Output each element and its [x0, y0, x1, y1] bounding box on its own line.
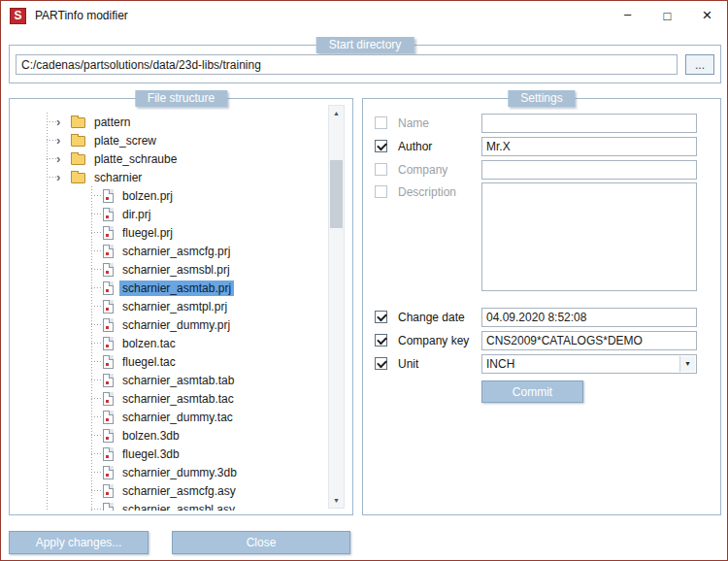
file-structure-group: File structure ›pattern›plate_screw›plat… — [9, 98, 353, 515]
tree-item-label: scharnier_asmcfg.asy — [119, 483, 239, 499]
settings-row-company-key: Company key — [375, 330, 695, 350]
tree-item[interactable]: scharnier_asmsbl.prj — [14, 260, 323, 279]
tree-item[interactable]: bolzen.3db — [14, 426, 323, 445]
apply-changes-button[interactable]: Apply changes... — [9, 531, 149, 554]
tree-item[interactable]: ›plate_screw — [14, 131, 323, 149]
tree-item[interactable]: ›platte_schraube — [14, 149, 323, 168]
maximize-button[interactable]: □ — [647, 1, 687, 30]
company-label: Company — [398, 163, 481, 177]
partinfo-modifier-window: S PARTinfo modifier – □ × Start director… — [0, 0, 728, 561]
expand-icon[interactable]: › — [56, 134, 71, 147]
tree-item-label: scharnier — [91, 170, 145, 185]
tree-item[interactable]: scharnier_asmsbl.asy — [14, 500, 323, 511]
tree-item[interactable]: scharnier_dummy.prj — [14, 315, 323, 334]
browse-button[interactable]: ... — [685, 54, 714, 75]
author-checkbox[interactable] — [375, 140, 387, 152]
author-label: Author — [398, 140, 481, 153]
tree-item[interactable]: scharnier_asmtab.tac — [14, 389, 323, 408]
folder-icon — [71, 154, 85, 165]
tree-item[interactable]: ›pattern — [14, 113, 323, 131]
folder-icon — [71, 136, 85, 147]
file-icon — [103, 484, 114, 498]
minimize-button[interactable]: – — [608, 1, 647, 30]
file-icon — [103, 374, 114, 387]
tree-item-label: bolzen.tac — [119, 336, 179, 351]
app-icon: S — [10, 8, 26, 24]
expand-icon[interactable]: › — [56, 116, 71, 128]
file-structure-group-label: File structure — [135, 90, 227, 107]
tree-item-label: fluegel.prj — [119, 225, 176, 241]
tree-item[interactable]: scharnier_asmtab.tab — [14, 371, 323, 389]
commit-button[interactable]: Commit — [481, 380, 583, 403]
tree-item[interactable]: bolzen.prj — [14, 186, 323, 205]
company-key-field[interactable] — [481, 331, 697, 350]
name-field[interactable] — [481, 114, 697, 133]
settings-group: Settings NameAuthorCompanyDescriptionCha… — [362, 98, 721, 515]
scroll-up-icon[interactable]: ▲ — [329, 106, 344, 120]
folder-icon — [71, 173, 85, 183]
tree-item-label: pattern — [91, 115, 133, 130]
author-field[interactable] — [481, 137, 697, 156]
start-directory-group-label: Start directory — [316, 37, 414, 53]
scrollbar-thumb[interactable] — [330, 160, 343, 228]
file-icon — [103, 429, 114, 443]
tree-item[interactable]: dir.prj — [14, 205, 323, 223]
start-directory-input[interactable] — [16, 54, 678, 75]
tree-item[interactable]: scharnier_asmcfg.prj — [14, 242, 323, 260]
scroll-down-icon[interactable]: ▼ — [329, 493, 344, 508]
close-button[interactable]: Close — [172, 531, 350, 554]
file-icon — [103, 466, 114, 479]
tree-item[interactable]: scharnier_asmtpl.prj — [14, 297, 323, 315]
settings-row-company: Company — [375, 159, 695, 180]
file-icon — [103, 226, 114, 240]
dropdown-arrow-icon[interactable]: ▼ — [679, 356, 695, 372]
company-checkbox[interactable] — [375, 163, 387, 176]
description-field[interactable] — [481, 182, 697, 291]
tree-item[interactable]: scharnier_asmcfg.asy — [14, 481, 323, 500]
close-icon: × — [703, 6, 712, 25]
tree-item[interactable]: scharnier_dummy.3db — [14, 463, 323, 481]
settings-row-name: Name — [375, 113, 695, 133]
description-checkbox[interactable] — [375, 185, 387, 198]
unit-label: Unit — [398, 357, 481, 371]
company-field[interactable] — [481, 160, 697, 180]
settings-row-unit: UnitINCH▼ — [375, 353, 695, 374]
file-icon — [103, 189, 114, 203]
tree-scrollbar[interactable]: ▲ ▼ — [328, 105, 345, 509]
maximize-icon: □ — [664, 9, 672, 23]
tree-item-label: scharnier_asmtab.prj — [119, 280, 234, 296]
close-window-button[interactable]: × — [687, 1, 727, 30]
file-icon — [103, 318, 114, 332]
file-icon — [103, 337, 114, 350]
folder-icon — [71, 117, 85, 128]
tree-item-label: bolzen.3db — [119, 428, 182, 444]
tree-item-label: plate_screw — [91, 133, 159, 148]
minimize-icon: – — [624, 7, 631, 21]
tree-item-label: scharnier_asmtab.tab — [119, 373, 237, 388]
tree-item[interactable]: ›scharnier — [14, 168, 323, 186]
tree-item[interactable]: bolzen.tac — [14, 334, 323, 352]
settings-group-label: Settings — [508, 90, 575, 107]
tree-item[interactable]: fluegel.3db — [14, 445, 323, 463]
tree-item[interactable]: scharnier_asmtab.prj — [14, 279, 323, 297]
tree-item[interactable]: fluegel.tac — [14, 352, 323, 371]
settings-row-description: Description — [375, 182, 695, 291]
unit-dropdown[interactable]: INCH▼ — [481, 354, 697, 374]
tree-item-label: scharnier_asmsbl.asy — [119, 502, 238, 512]
tree-item[interactable]: scharnier_dummy.tac — [14, 408, 323, 426]
expand-icon[interactable]: › — [56, 152, 71, 165]
file-icon — [103, 208, 114, 221]
expand-icon[interactable]: › — [56, 171, 71, 183]
tree-item-label: scharnier_asmtab.tac — [119, 391, 237, 407]
name-label: Name — [398, 116, 481, 130]
change-date-field[interactable] — [481, 308, 697, 327]
description-label: Description — [398, 185, 481, 199]
file-icon — [103, 263, 114, 277]
change-date-checkbox[interactable] — [375, 311, 387, 323]
settings-row-change-date: Change date — [375, 307, 695, 327]
unit-checkbox[interactable] — [375, 357, 387, 370]
name-checkbox[interactable] — [375, 116, 387, 129]
company-key-checkbox[interactable] — [375, 334, 387, 346]
tree-item[interactable]: fluegel.prj — [14, 223, 323, 242]
tree-item-label: scharnier_asmtpl.prj — [119, 299, 230, 314]
